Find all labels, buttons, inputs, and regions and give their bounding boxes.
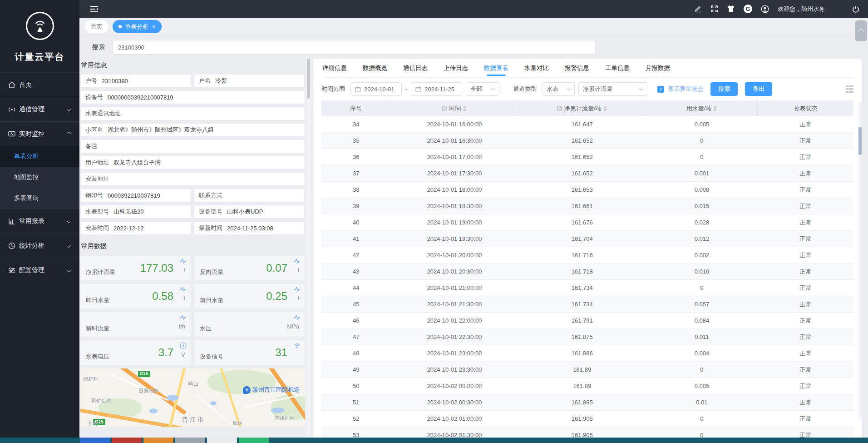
table-row[interactable]: 40 2024-10-01 19:00:00 161.676 0.028 正常 (321, 214, 853, 231)
column-header-status[interactable]: 抄表状态 (758, 100, 853, 116)
sidebar-item-home[interactable]: 首页 (0, 72, 79, 97)
location-map[interactable]: 塘新村 G15 田园张林 崎山 风炉后坑 G15 晋江市 (80, 368, 305, 427)
theme-shirt-icon[interactable] (727, 5, 735, 13)
date-to-input[interactable]: 2024-11-25 (411, 82, 462, 96)
sidebar-item-statistics[interactable]: 统计分析 (0, 233, 79, 258)
sidebar-item-multi-meter-query[interactable]: 多表查询 (0, 188, 79, 209)
table-row[interactable]: 46 2024-10-01 22:00:00 161.791 0.084 正常 (321, 313, 853, 329)
table-row[interactable]: 48 2024-10-01 23:00:00 161.886 0.004 正常 (321, 345, 853, 362)
info-field: 水表通讯地址 (80, 107, 305, 120)
taskbar-app-thumbnail[interactable] (175, 438, 205, 443)
table-row[interactable]: 50 2024-10-02 00:00:00 161.89 0.005 正常 (321, 378, 853, 394)
table-row[interactable]: 35 2024-10-01 16:30:00 161.652 0 正常 (321, 133, 853, 149)
detail-tab[interactable]: 月报数据 (645, 59, 671, 78)
taskbar-app-thumbnail[interactable] (239, 438, 269, 443)
close-tag-icon[interactable]: × (152, 24, 156, 30)
date-from-input[interactable]: 2024-10-01 (350, 82, 402, 96)
filter-toolbar: 时间范围 2024-10-01 - 2024-11-25 全部 通道类型 (321, 78, 853, 100)
table-row[interactable]: 34 2024-10-01 16:00:00 161.647 0.005 正常 (321, 116, 853, 133)
detail-tab[interactable]: 上传日志 (443, 59, 469, 78)
metric-card: 昨日水量 0.58 t (80, 284, 191, 309)
fullscreen-icon[interactable] (710, 5, 718, 13)
status-badge: 正常 (758, 186, 853, 194)
sidebar-item-map-monitor[interactable]: 地图监控 (0, 167, 79, 188)
sidebar-item-communication[interactable]: 通信管理 (0, 97, 79, 121)
realtime-monitor-submenu: 单表分析 地图监控 多表查询 (0, 146, 79, 209)
sort-icon[interactable] (463, 106, 466, 111)
status-badge: 正常 (758, 300, 853, 309)
detail-tab[interactable]: 通信日志 (402, 59, 429, 78)
status-badge: 正常 (758, 268, 853, 276)
detail-tab[interactable]: 工单信息 (604, 59, 631, 78)
sort-icon[interactable] (603, 106, 607, 111)
table-row[interactable]: 47 2024-10-01 22:30:00 161.875 0.011 正常 (321, 329, 853, 345)
sidebar-item-single-meter-analysis[interactable]: 单表分析 (0, 146, 79, 167)
map-place-label: 崎山 (188, 380, 198, 387)
table-row[interactable]: 41 2024-10-01 19:30:00 161.704 0.012 正常 (321, 231, 853, 247)
table-row[interactable]: 43 2024-10-01 20:30:00 161.718 0.016 正常 (321, 264, 853, 280)
status-badge: 正常 (758, 317, 853, 325)
info-field: 设备型号 山科小表UDP (194, 205, 305, 219)
taskbar-app-thumbnail[interactable] (143, 438, 173, 443)
edit-icon[interactable] (693, 5, 701, 13)
detail-tab[interactable]: 水量对比 (523, 59, 550, 78)
page-tag[interactable]: 单表分析 × (113, 20, 162, 33)
detail-tab[interactable]: 详细信息 (321, 59, 348, 78)
table-row[interactable]: 49 2024-10-01 23:30:00 161.89 0 正常 (321, 362, 853, 378)
taskbar-app-thumbnail[interactable] (207, 438, 237, 443)
pulse-icon (294, 314, 301, 321)
metric-select[interactable]: 净累计流量 (578, 82, 647, 96)
calendar-icon (355, 86, 361, 92)
taskbar-app-thumbnail[interactable] (80, 438, 110, 443)
table-row[interactable]: 39 2024-10-01 18:30:00 161.661 0.015 正常 (321, 198, 853, 214)
export-button[interactable]: 导出 (745, 82, 772, 96)
detail-tab[interactable]: 数据查看 (483, 59, 509, 78)
column-header-time[interactable]: 时间 (390, 100, 518, 116)
taskbar-app-thumbnail[interactable] (112, 438, 142, 443)
g-badge-icon[interactable]: G (744, 5, 752, 13)
scrollbar-thumb[interactable] (307, 59, 310, 99)
collapse-sidebar-icon[interactable] (89, 5, 99, 13)
chevron-down-icon (567, 86, 571, 91)
info-field: 小区名 湖北省》随州市》随州城区》双龙寺八组 (80, 123, 305, 137)
status-badge: 正常 (758, 137, 853, 145)
left-panel-scrollbar[interactable] (306, 59, 311, 443)
column-header-usage[interactable]: 用水量/吨 (646, 100, 758, 116)
page-tag[interactable]: 首页 × (85, 20, 108, 33)
sort-icon[interactable] (713, 106, 717, 111)
sidebar-item-configuration[interactable]: 配置管理 (0, 258, 79, 282)
column-settings-icon[interactable] (846, 85, 853, 93)
metric-card: 净累计流量 177.03 t (80, 256, 191, 280)
airport-poi[interactable]: 泉州晋江国际机场 (243, 386, 300, 394)
back-to-top-button[interactable] (855, 20, 867, 41)
user-avatar-icon[interactable] (761, 5, 769, 13)
os-taskbar[interactable] (0, 438, 868, 443)
search-input[interactable] (112, 40, 596, 55)
detail-tab[interactable]: 数据概览 (362, 59, 388, 78)
table-row[interactable]: 45 2024-10-01 21:30:00 161.734 0.057 正常 (321, 296, 853, 313)
scrollbar-thumb[interactable] (858, 127, 862, 155)
table-row[interactable]: 44 2024-10-01 21:00:00 161.734 0 正常 (321, 280, 853, 296)
table-row[interactable]: 38 2024-10-01 18:00:00 161.653 0.008 正常 (321, 182, 853, 198)
scope-select[interactable]: 全部 (466, 82, 499, 96)
channel-select[interactable]: 水表 (542, 82, 575, 96)
map-place-label: 风炉后坑 (91, 398, 111, 404)
column-header-no[interactable]: 序号 (321, 100, 390, 116)
table-row[interactable]: 42 2024-10-01 20:00:00 161.716 0.002 正常 (321, 247, 853, 264)
water-meter-logo-icon (31, 17, 49, 35)
metric-card: 反向流量 0.07 t (194, 256, 305, 280)
search-button[interactable]: 搜索 (710, 82, 738, 96)
show-abnormal-checkbox[interactable]: ✓ (657, 86, 664, 93)
welcome-text: 欢迎您，随州水务 (778, 5, 825, 13)
column-header-net-flow[interactable]: 净累计流量/吨 (518, 100, 646, 116)
chevron-down-icon (67, 268, 71, 273)
table-row[interactable]: 37 2024-10-01 17:30:00 161.652 0.001 正常 (321, 165, 853, 182)
sidebar-item-realtime-monitor[interactable]: 实时监控 (0, 121, 79, 146)
table-row[interactable]: 51 2024-10-02 00:30:00 161.895 0.01 正常 (321, 394, 853, 411)
sidebar-item-common-reports[interactable]: 常用报表 (0, 209, 79, 233)
detail-tab[interactable]: 报警信息 (564, 59, 590, 78)
table-scrollbar[interactable] (858, 102, 862, 420)
table-row[interactable]: 52 2024-10-02 01:00:00 161.905 0 正常 (321, 411, 853, 427)
table-row[interactable]: 36 2024-10-01 17:00:00 161.652 0 正常 (321, 149, 853, 165)
power-icon[interactable] (852, 5, 860, 13)
